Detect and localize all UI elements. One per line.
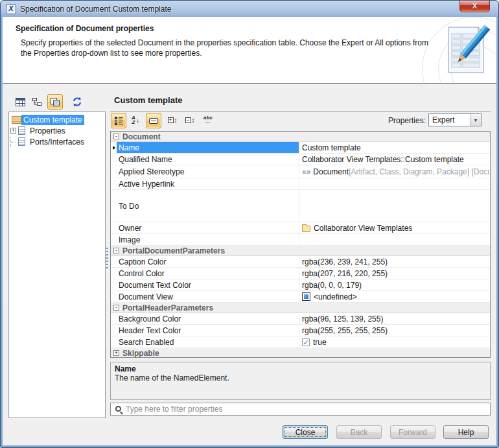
filter-input[interactable] <box>123 405 490 414</box>
property-row[interactable]: Image <box>111 234 490 246</box>
property-name: Header Text Color <box>117 325 299 336</box>
property-name: Active Hyperlink <box>117 178 299 189</box>
property-row[interactable]: Document Text Colorrgba(0, 0, 0, 179) <box>111 279 490 291</box>
expand-icon: + <box>113 350 119 356</box>
property-value-cell: rgba(96, 125, 139, 255) <box>299 313 490 324</box>
section-header-portaldocumentparameters[interactable]: -PortalDocumentParameters <box>111 246 490 256</box>
sort-alphabetically-button[interactable]: AZ ↓ <box>128 113 143 127</box>
section-label: Document <box>122 132 161 141</box>
containment-tree-button[interactable] <box>30 95 44 109</box>
tree-item-properties[interactable]: +Properties <box>9 125 105 136</box>
refresh-button[interactable] <box>70 95 84 109</box>
guillemets-icon: «» <box>302 167 310 176</box>
property-value: rgba(0, 0, 0, 179) <box>302 281 362 290</box>
document-icon <box>18 126 25 135</box>
property-row[interactable]: Header Text Colorrgba(255, 255, 255, 255… <box>111 325 490 336</box>
expand-toggle-icon: + <box>10 128 16 134</box>
dialog-body: Specification of Document properties Spe… <box>3 17 496 445</box>
property-name-cell: Search Enabled <box>111 336 299 348</box>
help-button[interactable]: Help <box>443 425 489 439</box>
tree-item-label: Ports/Interfaces <box>28 137 86 147</box>
close-button[interactable]: X <box>459 1 490 12</box>
property-name-cell: Applied Stereotype <box>111 165 299 178</box>
refresh-icon <box>72 97 82 107</box>
property-name: Background Color <box>117 313 299 324</box>
property-value-cell <box>299 178 490 189</box>
checkbox-checked-icon[interactable]: ✓ <box>302 338 310 346</box>
selected-row-arrow-icon <box>113 146 115 150</box>
panel-splitter-handle[interactable] <box>106 248 108 269</box>
property-name-cell: Background Color <box>111 313 299 324</box>
property-name-cell: Control Color <box>111 268 299 279</box>
inheritance-view-button[interactable] <box>47 94 63 110</box>
show-abbreviations-icon: abc… <box>203 116 213 124</box>
section-header-document[interactable]: -Document <box>111 132 490 142</box>
expand-nodes-button[interactable]: +↕ <box>165 113 180 127</box>
property-name: Caption Color <box>117 256 299 267</box>
properties-mode-label: Properties: <box>388 116 426 125</box>
property-value: Collaborator View Templates::Custom temp… <box>302 155 464 164</box>
tree-item-custom-template[interactable]: Custom template <box>9 114 105 125</box>
property-row[interactable]: OwnerCollaborator View Templates <box>111 222 490 234</box>
filter-field[interactable] <box>110 403 491 416</box>
property-name-cell: Caption Color <box>111 256 299 267</box>
expand-arrows-icon: ↕ <box>174 117 178 124</box>
property-row[interactable]: Caption Colorrgba(236, 239, 241, 255) <box>111 256 490 268</box>
property-row[interactable]: Control Colorrgba(207, 216, 220, 255) <box>111 268 490 279</box>
section-header-portalheaderparameters[interactable]: -PortalHeaderParameters <box>111 303 490 313</box>
property-name-cell: Active Hyperlink <box>111 178 299 189</box>
property-name-cell: Qualified Name <box>111 154 299 165</box>
button-label: Close <box>296 428 316 437</box>
property-row[interactable]: Search Enabled✓true <box>111 336 490 348</box>
button-label: Help <box>458 428 474 437</box>
show-description-icon <box>149 118 158 124</box>
categorized-view-button[interactable] <box>111 113 126 128</box>
property-name: Document Text Color <box>117 279 299 290</box>
tree-item-ports-interfaces[interactable]: Ports/Interfaces <box>9 136 105 147</box>
properties-mode-select[interactable]: Expert ▼ <box>428 113 482 126</box>
table-view-button[interactable] <box>13 95 27 109</box>
property-description-text: The name of the NamedElement. <box>115 373 486 383</box>
property-value-cell: <undefined> <box>299 291 490 302</box>
property-row[interactable]: NameCustom template <box>111 142 490 154</box>
button-label: Forward <box>399 428 427 437</box>
property-row[interactable]: To Do <box>111 190 490 222</box>
close-icon: X <box>472 3 477 10</box>
collapse-nodes-button[interactable]: -↕ <box>183 113 197 127</box>
close-button[interactable]: Close <box>283 425 328 439</box>
property-name-cell: Name <box>111 142 299 153</box>
property-name-cell: Document View <box>111 291 299 302</box>
property-description-title: Name <box>115 364 486 373</box>
property-row[interactable]: Document View<undefined> <box>111 291 490 303</box>
property-row[interactable]: Active Hyperlink <box>111 178 490 190</box>
show-abbreviations-button[interactable]: abc… <box>201 113 215 127</box>
inheritance-view-icon <box>50 97 60 107</box>
chevron-down-icon: ▼ <box>470 114 481 126</box>
show-description-button[interactable] <box>146 113 161 128</box>
document-icon <box>18 137 25 146</box>
property-value: rgba(207, 216, 220, 255) <box>302 269 388 278</box>
property-name: Name <box>117 142 299 153</box>
row-marker <box>111 146 117 150</box>
section-label: Skippable <box>122 349 159 358</box>
property-row[interactable]: Qualified NameCollaborator View Template… <box>111 154 490 165</box>
expand-nodes-icon: + <box>168 117 174 123</box>
property-value-cell: «»Document [Artifact, Class, Diagram, Pa… <box>299 165 490 178</box>
property-row[interactable]: Background Colorrgba(96, 125, 139, 255) <box>111 313 490 325</box>
property-row[interactable]: Applied Stereotype«»Document [Artifact, … <box>111 165 490 178</box>
properties-toolbar: AZ ↓ +↕ -↕ abc… Properties: Expert ▼ <box>110 112 491 131</box>
title-bar[interactable]: X Specification of Document Custom templ… <box>1 1 498 17</box>
header-panel: Specification of Document properties Spe… <box>3 17 496 84</box>
property-name-cell: Owner <box>111 222 299 233</box>
property-name: Owner <box>117 222 299 233</box>
section-header-skippable[interactable]: +Skippable <box>111 348 490 358</box>
property-value: <undefined> <box>314 292 357 301</box>
property-value-cell: Collaborator View Templates <box>299 222 490 233</box>
property-value-cell: Collaborator View Templates::Custom temp… <box>299 154 490 165</box>
property-value-cell <box>299 190 490 222</box>
element-tree[interactable]: Custom template+PropertiesPorts/Interfac… <box>8 112 106 418</box>
collapse-icon: - <box>113 134 119 139</box>
window-title: Specification of Document Custom templat… <box>20 5 171 14</box>
diagram-icon <box>302 292 310 301</box>
stereotype-name: Document <box>313 167 349 176</box>
